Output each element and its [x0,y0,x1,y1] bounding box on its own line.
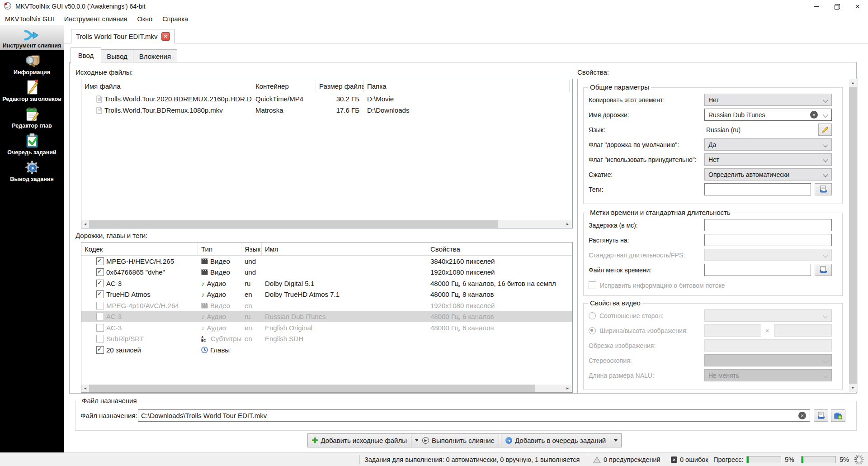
sidebar-item-job-queue[interactable]: Очередь заданий [0,130,64,157]
source-file-row[interactable]: Trolls.World.Tour.2020.BDREMUX.2160p.HDR… [81,93,572,105]
track-checkbox[interactable] [96,280,104,287]
browse-file-icon [819,266,828,274]
sidebar-item-chapter-editor[interactable]: Редактор глав [0,104,64,130]
scroll-down-icon[interactable]: ▼ [849,384,857,392]
sidebar-item-info[interactable]: Информация [0,50,64,77]
track-checkbox[interactable] [96,290,104,298]
timestamps-file-label: Файл меток времени: [589,264,651,276]
track-checkbox[interactable] [96,257,104,265]
edit-language-button[interactable] [818,124,832,136]
track-row[interactable]: SubRip/SRT ABCСубтитры en English SDH [81,333,572,345]
source-files-hscrollbar[interactable]: ◄ ► [81,220,571,228]
scroll-left-icon[interactable]: ◄ [81,220,89,228]
default-duration-label: Стандартная длительность/FPS: [589,249,685,261]
add-to-queue-button[interactable]: ➔ Добавить в очередь заданий [501,433,622,447]
col-type[interactable]: Тип [198,243,241,255]
menu-mkvtoolnix-gui[interactable]: MKVToolNix GUI [0,14,59,24]
aspect-ratio-radio [589,312,596,319]
close-icon: ✕ [855,3,860,10]
browse-file-icon [817,412,826,419]
forced-flag-combobox[interactable]: Нет [704,153,832,166]
chevron-down-icon [823,142,828,147]
start-muxing-button[interactable]: ▶ Выполнить слияние [418,433,510,447]
col-codec[interactable]: Кодек [81,243,198,255]
track-row[interactable]: AC-3 ♪Аудио ru Dolby Digital 5.1 48000 Г… [81,278,572,289]
track-checkbox[interactable] [96,268,104,276]
delay-input[interactable] [704,219,832,231]
track-row[interactable]: 0x64766865 "dvhe" Видео und 1920x1080 пи… [81,267,572,278]
scroll-right-icon[interactable]: ► [564,385,571,392]
col-name[interactable]: Имя [262,243,427,255]
track-row[interactable]: AC-3 ♪Аудио en English Original 48000 Гц… [81,322,572,333]
track-checkbox[interactable] [96,313,104,320]
track-checkbox[interactable] [96,302,104,309]
track-checkbox[interactable] [96,335,104,342]
tab-close-button[interactable]: ✕ [161,32,170,41]
tracks-header: Кодек Тип Язык Имя Свойства [81,243,572,256]
default-flag-combobox[interactable]: Да [704,138,832,151]
scrollbar-thumb[interactable] [89,385,535,392]
timestamps-file-input[interactable] [704,264,811,276]
scroll-right-icon[interactable]: ► [564,220,571,228]
sidebar-item-job-output[interactable]: Вывод задания [0,157,64,184]
track-checkbox[interactable] [96,346,104,354]
track-row[interactable]: 20 записей Главы [81,344,572,356]
track-row[interactable]: MPEG-4p10/AVC/H.264 Видео en 1920x1080 п… [81,300,572,311]
col-file-name[interactable]: Имя файла [81,79,252,93]
plus-icon: ✚ [312,437,318,444]
stretch-label: Растянуть на: [589,234,629,246]
menu-help[interactable]: Справка [157,14,193,24]
browse-tags-button[interactable] [815,183,832,195]
destination-options-button[interactable] [831,409,845,422]
tab-output[interactable]: Вывод [100,49,134,63]
track-row[interactable]: TrueHD Atmos ♪Аудио en Dolby TrueHD Atmo… [81,289,572,300]
col-language[interactable]: Язык [241,243,262,255]
scrollbar-thumb[interactable] [849,87,857,384]
col-container[interactable]: Контейнер [252,79,316,93]
col-folder[interactable]: Папка [364,79,570,93]
track-row[interactable]: MPEG-H/HEVC/H.265 Видео und 3840x2160 пи… [81,256,572,267]
browse-destination-button[interactable] [814,409,828,422]
compression-combobox[interactable]: Определить автоматически [704,168,832,181]
tracks-hscrollbar[interactable]: ◄ ► [81,385,571,392]
track-name-combobox[interactable]: Russian Dub iTunes ✕ [704,109,832,121]
scrollbar-thumb[interactable] [89,220,498,228]
browse-timestamps-button[interactable] [815,264,832,276]
track-checkbox[interactable] [96,324,104,332]
properties-vscrollbar[interactable]: ▲ ▼ [849,79,857,392]
add-source-files-button[interactable]: ✚ Добавить исходные файлы [307,433,423,447]
stretch-input[interactable] [704,234,832,246]
tags-input[interactable] [704,183,811,195]
clear-icon[interactable]: ✕ [798,412,806,419]
chevron-down-icon [823,97,828,102]
col-file-size[interactable]: Размер файла [316,79,364,93]
merge-icon [24,26,40,42]
destination-input[interactable]: C:\Downloads\Trolls World Tour EDIT.mkv … [138,409,810,422]
delay-label: Задержка (в мс): [589,219,638,231]
minimize-button[interactable] [806,0,826,13]
pencil-icon [821,126,829,133]
add-to-queue-dropdown[interactable] [610,434,621,447]
restore-button[interactable] [826,0,847,13]
tab-input[interactable]: Ввод [71,48,101,63]
close-button[interactable]: ✕ [847,0,868,13]
dimensions-radio [589,327,596,334]
stereoscopy-combobox [704,354,832,366]
language-label: Язык: [589,124,605,136]
document-tab[interactable]: Trolls World Tour EDIT.mkv ✕ [71,29,175,43]
scroll-left-icon[interactable]: ◄ [81,385,89,392]
copy-item-combobox[interactable]: Нет [704,94,832,106]
tab-attachments[interactable]: Вложения [133,49,177,63]
default-duration-combobox [704,249,832,261]
sidebar-item-header-editor[interactable]: Редактор заголовков [0,77,64,104]
sidebar-item-merge-tool[interactable]: Инструмент слияния [0,25,64,50]
clear-icon[interactable]: ✕ [810,111,818,119]
source-file-row[interactable]: Trolls.World.Tour.BDRemux.1080p.mkv Matr… [81,105,572,116]
scroll-up-icon[interactable]: ▲ [849,79,857,87]
menu-merge-tool[interactable]: Инструмент слияния [59,14,132,24]
track-row-selected[interactable]: AC-3 ♪Аудио ru Russian Dub iTunes 48000 … [81,311,572,323]
progress-fill [747,456,749,463]
col-properties[interactable]: Свойства [427,243,571,255]
play-icon: ▶ [422,437,429,444]
menu-window[interactable]: Окно [132,14,157,24]
